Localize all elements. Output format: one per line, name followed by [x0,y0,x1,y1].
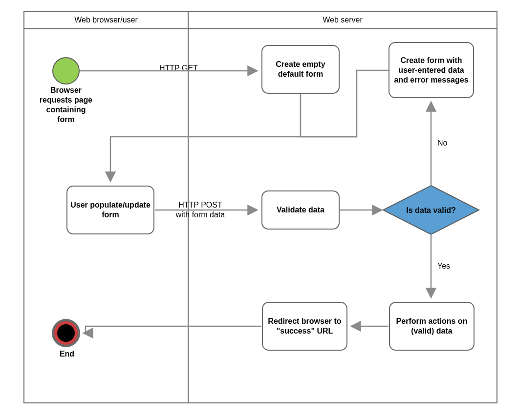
start-label: Browser requests page containing form [39,85,93,125]
edge-label-yes: Yes [437,261,457,271]
node-user-populate: User populate/update form [66,186,154,234]
swimlane-header-server: Web server [188,11,497,29]
swimlane-header-browser: Web browser/user [23,11,189,29]
node-validate: Validate data [261,190,340,230]
diagram-canvas: Web browser/user Web server Create empty… [0,0,518,420]
node-create-empty: Create empty default form [261,45,340,94]
node-redirect: Redirect browser to "success" URL [262,302,347,351]
end-label: End [55,349,79,359]
node-perform: Perform actions on (valid) data [389,302,475,351]
edge-label-no: No [437,138,457,148]
edge-label-http-post-2: with form data [169,210,232,220]
node-create-error: Create form with user-entered data and e… [388,42,474,98]
edge-label-http-get: HTTP GET [159,63,208,73]
edge-label-http-post-1: HTTP POST [169,200,232,210]
